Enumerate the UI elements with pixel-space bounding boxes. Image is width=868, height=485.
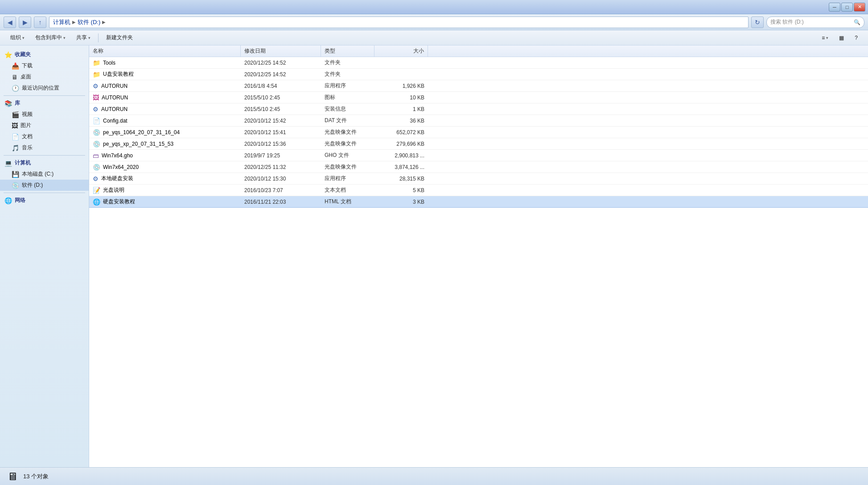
file-name-label: Tools	[103, 60, 115, 66]
file-name-label: Win7x64.gho	[102, 152, 133, 159]
maximize-button[interactable]: □	[841, 3, 853, 12]
file-icon: ⚙	[93, 175, 99, 182]
sidebar-item-music[interactable]: 🎵 音乐	[0, 142, 89, 153]
file-cell-name: 📁 Tools	[89, 59, 241, 66]
statusbar: 🖥 13 个对象	[0, 467, 868, 485]
sidebar-divider-2	[4, 155, 85, 156]
sidebar-computer-header[interactable]: 💻 计算机	[0, 157, 89, 169]
table-row[interactable]: ⚙ AUTORUN 2015/5/10 2:45 安装信息 1 KB	[89, 103, 868, 115]
breadcrumb-computer[interactable]: 计算机	[53, 18, 70, 26]
file-area: 名称 修改日期 类型 大小 📁 Tools 2020/12/25 14:52 文…	[89, 45, 868, 467]
favorites-star-icon: ⭐	[4, 51, 12, 58]
file-cell-name: 💿 pe_yqs_xp_20_07_31_15_53	[89, 140, 241, 148]
sidebar-item-downloads[interactable]: 📥 下载	[0, 60, 89, 71]
file-cell-type: GHO 文件	[321, 152, 374, 159]
breadcrumb-drive[interactable]: 软件 (D:)	[78, 18, 100, 26]
table-row[interactable]: 🌐 硬盘安装教程 2016/11/21 22:03 HTML 文档 3 KB	[89, 196, 868, 208]
sidebar-library-section: 📚 库 🎬 视频 🖼 图片 📄 文档 🎵 音乐	[0, 98, 89, 153]
table-row[interactable]: 💿 Win7x64_2020 2020/12/25 11:32 光盘映像文件 3…	[89, 161, 868, 173]
include-button[interactable]: 包含到库中 ▾	[30, 32, 70, 44]
share-button[interactable]: 共享 ▾	[71, 32, 95, 44]
new-folder-button[interactable]: 新建文件夹	[101, 32, 138, 44]
refresh-button[interactable]: ↻	[751, 16, 764, 28]
file-icon: 📁	[93, 71, 100, 78]
table-row[interactable]: 🖼 AUTORUN 2015/5/10 2:45 图标 10 KB	[89, 92, 868, 103]
include-label: 包含到库中	[35, 34, 62, 41]
file-cell-size: 2,900,813 ...	[374, 152, 428, 159]
pictures-icon: 🖼	[12, 122, 18, 129]
sidebar-item-video[interactable]: 🎬 视频	[0, 109, 89, 120]
sidebar-divider-3	[4, 193, 85, 193]
table-row[interactable]: 💿 pe_yqs_xp_20_07_31_15_53 2020/10/12 15…	[89, 138, 868, 150]
table-row[interactable]: 📁 U盘安装教程 2020/12/25 14:52 文件夹	[89, 69, 868, 80]
music-icon: 🎵	[12, 144, 19, 152]
file-cell-name: 📝 光盘说明	[89, 186, 241, 194]
file-cell-date: 2016/1/8 4:54	[241, 83, 321, 89]
file-cell-date: 2020/10/12 15:42	[241, 118, 321, 124]
file-cell-type: 安装信息	[321, 105, 374, 113]
file-cell-type: HTML 文档	[321, 198, 374, 206]
sidebar-pictures-label: 图片	[21, 122, 31, 129]
file-icon: 🖼	[93, 94, 99, 101]
table-row[interactable]: ⚙ AUTORUN 2016/1/8 4:54 应用程序 1,926 KB	[89, 80, 868, 92]
sidebar-item-disk-d[interactable]: 💿 软件 (D:)	[0, 180, 89, 191]
toolbar: 组织 ▾ 包含到库中 ▾ 共享 ▾ 新建文件夹 ≡ ▾ ▦ ?	[0, 30, 868, 45]
details-view-button[interactable]: ▦	[834, 32, 849, 44]
search-placeholder: 搜索 软件 (D:)	[770, 18, 804, 26]
documents-icon: 📄	[12, 133, 19, 140]
sidebar-library-header[interactable]: 📚 库	[0, 98, 89, 109]
table-row[interactable]: 🗃 Win7x64.gho 2019/9/7 19:25 GHO 文件 2,90…	[89, 150, 868, 161]
file-cell-name: 🗃 Win7x64.gho	[89, 152, 241, 159]
file-name-label: U盘安装教程	[103, 70, 134, 78]
table-row[interactable]: 💿 pe_yqs_1064_20_07_31_16_04 2020/10/12 …	[89, 127, 868, 138]
sidebar-network-header[interactable]: 🌐 网络	[0, 195, 89, 206]
organize-button[interactable]: 组织 ▾	[5, 32, 29, 44]
forward-button[interactable]: ▶	[19, 16, 31, 28]
sidebar-item-recent[interactable]: 🕐 最近访问的位置	[0, 82, 89, 94]
file-cell-name: ⚙ AUTORUN	[89, 106, 241, 113]
file-cell-name: ⚙ AUTORUN	[89, 82, 241, 90]
sidebar-desktop-label: 桌面	[21, 73, 31, 81]
sidebar-favorites-header[interactable]: ⭐ 收藏夹	[0, 49, 89, 60]
search-icon[interactable]: 🔍	[854, 19, 860, 25]
sidebar-item-disk-c[interactable]: 💾 本地磁盘 (C:)	[0, 169, 89, 180]
minimize-button[interactable]: ─	[829, 3, 840, 12]
table-row[interactable]: ⚙ 本地硬盘安装 2020/10/12 15:30 应用程序 28,315 KB	[89, 173, 868, 185]
breadcrumb-bar[interactable]: 计算机 ▶ 软件 (D:) ▶	[49, 16, 749, 28]
file-name-label: 本地硬盘安装	[101, 175, 133, 182]
help-button[interactable]: ?	[850, 32, 863, 44]
table-row[interactable]: 📁 Tools 2020/12/25 14:52 文件夹	[89, 57, 868, 69]
addressbar: ◀ ▶ ↑ 计算机 ▶ 软件 (D:) ▶ ↻ 搜索 软件 (D:) 🔍	[0, 14, 868, 30]
sidebar-item-desktop[interactable]: 🖥 桌面	[0, 71, 89, 82]
sidebar-computer-label: 计算机	[15, 159, 31, 167]
titlebar-buttons: ─ □ ✕	[829, 3, 865, 12]
file-cell-size: 5 KB	[374, 187, 428, 193]
titlebar: ─ □ ✕	[0, 0, 868, 14]
col-header-name[interactable]: 名称	[89, 45, 241, 57]
file-cell-size: 279,696 KB	[374, 141, 428, 147]
file-cell-type: 应用程序	[321, 175, 374, 182]
file-name-label: 光盘说明	[103, 186, 124, 194]
details-icon: ▦	[839, 35, 844, 41]
sidebar-recent-label: 最近访问的位置	[22, 84, 59, 92]
sidebar-favorites-label: 收藏夹	[15, 51, 31, 58]
file-cell-name: 📄 Config.dat	[89, 117, 241, 124]
search-bar[interactable]: 搜索 软件 (D:) 🔍	[766, 16, 864, 28]
file-icon: 💿	[93, 129, 100, 136]
file-cell-size: 3 KB	[374, 199, 428, 205]
up-button[interactable]: ↑	[34, 16, 46, 28]
close-button[interactable]: ✕	[854, 3, 865, 12]
table-row[interactable]: 📄 Config.dat 2020/10/12 15:42 DAT 文件 36 …	[89, 115, 868, 127]
help-icon: ?	[855, 35, 858, 41]
view-toggle-button[interactable]: ≡ ▾	[817, 32, 833, 44]
sidebar-item-pictures[interactable]: 🖼 图片	[0, 120, 89, 131]
col-header-size[interactable]: 大小	[374, 45, 428, 57]
sidebar-item-documents[interactable]: 📄 文档	[0, 131, 89, 142]
sidebar: ⭐ 收藏夹 📥 下载 🖥 桌面 🕐 最近访问的位置 📚 库	[0, 45, 89, 467]
sidebar-video-label: 视频	[22, 111, 33, 118]
back-button[interactable]: ◀	[4, 16, 16, 28]
col-header-date[interactable]: 修改日期	[241, 45, 321, 57]
table-row[interactable]: 📝 光盘说明 2016/10/23 7:07 文本文档 5 KB	[89, 185, 868, 196]
sidebar-music-label: 音乐	[22, 144, 33, 152]
col-header-type[interactable]: 类型	[321, 45, 374, 57]
